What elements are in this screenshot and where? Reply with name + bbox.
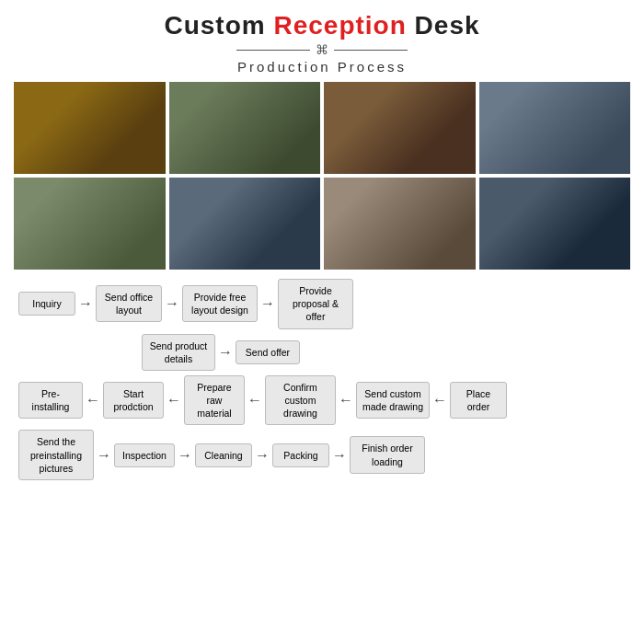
box-provide-free-layout: Provide free layout design [182, 285, 258, 322]
photo-8 [479, 178, 631, 270]
arrow-3-2: ← [164, 392, 184, 408]
arrow-1-1: → [75, 295, 96, 312]
arrow-4-2: → [175, 447, 195, 464]
title-section: Custom Reception Desk ⌘ Production Proce… [14, 11, 630, 75]
photo-3 [324, 82, 476, 174]
box-cleaning: Cleaning [195, 443, 252, 467]
photo-5 [14, 178, 166, 270]
title-part3: Desk [407, 11, 480, 40]
title-part1: Custom [164, 11, 273, 40]
divider-right [334, 50, 408, 51]
box-inspection: Inspection [114, 443, 175, 467]
brand-icon: ⌘ [316, 42, 328, 57]
box-send-product-details: Send product details [142, 334, 215, 371]
photo-2 [169, 82, 321, 174]
process-row-3: Pre-installing ← Start prodction ← Prepa… [18, 375, 626, 426]
process-row-1: Inquiry → Send office layout → Provide f… [18, 279, 626, 329]
arrow-3-3: ← [245, 392, 265, 408]
photo-4 [479, 82, 631, 174]
box-finish-order: Finish order loading [350, 436, 425, 473]
box-send-preinstalling: Send the preinstalling pictures [18, 430, 94, 480]
box-send-offer: Send offer [236, 340, 300, 364]
arrow-1-2: → [162, 295, 182, 312]
divider: ⌘ [14, 42, 630, 57]
box-prepare-raw: Prepare raw material [184, 375, 245, 426]
arrow-4-4: → [329, 447, 350, 464]
process-flow: Inquiry → Send office layout → Provide f… [14, 279, 630, 480]
box-packing: Packing [272, 443, 329, 467]
arrow-4-3: → [252, 447, 272, 464]
main-title: Custom Reception Desk [14, 11, 630, 40]
photo-7 [324, 178, 476, 270]
arrow-1-3: → [258, 295, 278, 312]
arrow-3-1: ← [83, 392, 103, 408]
process-row-2: Send product details → Send offer [142, 334, 626, 371]
box-confirm-custom: Confirm custom drawing [265, 375, 336, 426]
box-send-office-layout: Send office layout [96, 285, 162, 322]
title-part2: Reception [273, 11, 406, 40]
box-place-order: Place order [450, 382, 507, 419]
box-pre-installing: Pre-installing [18, 382, 83, 419]
subtitle: Production Process [14, 59, 630, 75]
divider-left [236, 50, 310, 51]
photo-1 [14, 82, 166, 174]
process-row-4: Send the preinstalling pictures → Inspec… [18, 430, 626, 480]
photo-6 [169, 178, 321, 270]
arrow-2-1: → [215, 344, 236, 361]
box-provide-proposal: Provide proposal & offer [278, 279, 353, 329]
box-inquiry: Inquiry [18, 292, 75, 316]
arrow-3-4: ← [336, 392, 356, 408]
arrow-4-1: → [94, 447, 114, 464]
box-start-prodction: Start prodction [103, 382, 164, 419]
photos-grid [14, 82, 630, 270]
arrow-3-5: ← [430, 392, 450, 408]
box-send-custom-drawing: Send custom made drawing [356, 382, 430, 419]
